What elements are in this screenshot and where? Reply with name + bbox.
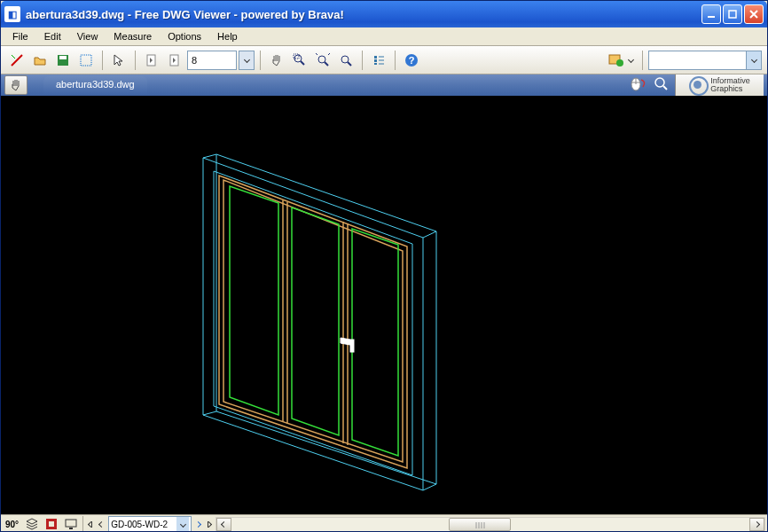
open-icon[interactable] — [29, 50, 51, 71]
svg-rect-0 — [708, 16, 715, 18]
pan-tool-button[interactable] — [4, 75, 27, 95]
svg-point-10 — [341, 56, 349, 63]
cad-drawing — [185, 140, 460, 495]
layer-combo[interactable] — [648, 51, 762, 70]
sheet-first-icon[interactable] — [86, 516, 95, 532]
page-dropdown[interactable] — [239, 51, 255, 70]
pointer-icon[interactable] — [108, 50, 129, 71]
viewport-right-margin — [537, 96, 694, 514]
minimize-button[interactable] — [701, 4, 721, 24]
app-icon: ◧ — [4, 6, 20, 22]
svg-rect-22 — [49, 521, 54, 527]
print-region-icon[interactable] — [75, 50, 97, 71]
svg-text:?: ? — [409, 55, 415, 66]
svg-rect-11 — [374, 56, 377, 59]
menu-view[interactable]: View — [69, 29, 106, 43]
help-icon[interactable]: ? — [401, 50, 422, 71]
zoom-extents-icon[interactable] — [312, 50, 333, 71]
company-logo-icon — [689, 76, 707, 94]
brand-line2: Graphics — [710, 85, 750, 93]
svg-rect-23 — [66, 520, 76, 527]
svg-rect-13 — [374, 63, 377, 65]
document-tab[interactable]: abertura3d39.dwg — [43, 76, 147, 94]
save-icon[interactable] — [52, 50, 74, 71]
menu-edit[interactable]: Edit — [36, 29, 69, 43]
drawing-viewport[interactable] — [1, 96, 767, 514]
monitor-icon[interactable] — [62, 516, 80, 532]
viewport-area — [1, 96, 767, 514]
sheet-next-icon[interactable] — [193, 516, 203, 532]
pan-icon[interactable] — [266, 50, 287, 71]
svg-rect-1 — [729, 11, 736, 18]
zoom-icon[interactable] — [335, 50, 357, 71]
markup-icon[interactable] — [6, 50, 27, 71]
brand-logo[interactable]: Informative Graphics — [675, 74, 764, 96]
sheet-combo[interactable]: GD-005-WD-2 — [108, 516, 192, 532]
scroll-left-button[interactable] — [216, 518, 231, 531]
menu-help[interactable]: Help — [209, 29, 246, 43]
prev-page-icon[interactable] — [141, 50, 162, 71]
sheet-last-icon[interactable] — [205, 516, 214, 532]
svg-point-9 — [318, 56, 325, 63]
scroll-right-button[interactable] — [749, 518, 764, 531]
maximize-button[interactable] — [723, 4, 742, 24]
layers-icon[interactable] — [23, 516, 41, 532]
document-tabbar: abertura3d39.dwg Informative Graphics — [1, 74, 767, 96]
window-title: abertura3d39.dwg - Free DWG Viewer - pow… — [26, 8, 701, 21]
scroll-track[interactable] — [231, 518, 749, 531]
svg-point-19 — [655, 78, 664, 87]
horizontal-scrollbar[interactable] — [216, 517, 765, 532]
close-button[interactable] — [744, 4, 764, 24]
svg-point-17 — [616, 59, 623, 66]
svg-rect-20 — [350, 340, 354, 352]
rotate-button[interactable]: 90° — [3, 516, 21, 532]
settings-icon[interactable] — [368, 50, 389, 71]
layer-visibility-icon[interactable] — [606, 50, 627, 71]
svg-rect-24 — [69, 528, 73, 529]
page-input[interactable] — [187, 51, 237, 70]
svg-rect-12 — [374, 59, 377, 62]
mouse-mode-icon[interactable] — [629, 76, 648, 94]
menu-file[interactable]: File — [4, 29, 36, 43]
svg-rect-4 — [81, 55, 91, 66]
sheet-prev-icon[interactable] — [97, 516, 106, 532]
toolbar: ? — [1, 46, 767, 74]
menu-options[interactable]: Options — [160, 29, 209, 43]
sheet-combo-value: GD-005-WD-2 — [111, 520, 168, 529]
next-page-icon[interactable] — [164, 50, 185, 71]
zoom-mode-icon[interactable] — [654, 76, 670, 94]
view-mode-icon[interactable] — [43, 516, 60, 532]
menubar: File Edit View Measure Options Help — [1, 27, 767, 46]
scroll-thumb[interactable] — [449, 518, 511, 531]
zoom-window-icon[interactable] — [289, 50, 310, 71]
svg-rect-3 — [59, 56, 67, 59]
menu-measure[interactable]: Measure — [106, 29, 160, 43]
titlebar: ◧ abertura3d39.dwg - Free DWG Viewer - p… — [1, 1, 767, 27]
statusbar: 90° GD-005-WD-2 — [1, 514, 767, 532]
